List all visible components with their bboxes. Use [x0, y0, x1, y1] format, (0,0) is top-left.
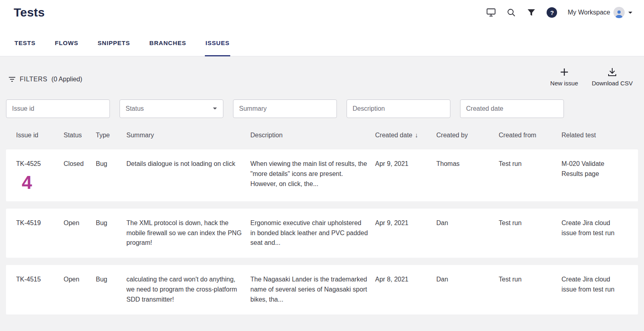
- help-icon[interactable]: ?: [547, 7, 557, 18]
- table-body: TK-4525 4 Closed Bug Details dialogue is…: [0, 145, 644, 314]
- filters-actions: New issue Download CSV: [550, 67, 633, 87]
- tab-flows[interactable]: FLOWS: [54, 39, 79, 56]
- col-status[interactable]: Status: [64, 132, 96, 145]
- filters-toggle[interactable]: FILTERS (0 Applied): [8, 76, 82, 83]
- table-header: Issue id Status Type Summary Description…: [6, 132, 638, 145]
- cell-created-date: Apr 8, 2021: [375, 275, 436, 304]
- new-issue-button[interactable]: New issue: [550, 67, 578, 87]
- select-chevron-down-icon: [213, 107, 217, 110]
- table-row[interactable]: TK-4519 Open Bug The XML protocol is dow…: [6, 209, 638, 258]
- cell-summary: calculating the card won't do anything, …: [126, 275, 250, 304]
- download-csv-button[interactable]: Download CSV: [592, 67, 633, 87]
- summary-filter-input[interactable]: [233, 99, 337, 118]
- download-icon: [607, 67, 617, 77]
- cell-related-test: M-020 Validate Results page: [561, 159, 630, 192]
- cell-description: When viewing the main list of results, t…: [250, 159, 375, 192]
- cell-created-from: Test run: [499, 275, 561, 304]
- cell-created-by: Dan: [436, 218, 499, 248]
- col-created-from[interactable]: Created from: [499, 132, 561, 145]
- cell-type: Bug: [96, 218, 126, 248]
- page-title: Tests: [14, 6, 45, 19]
- cell-issue-id: TK-4525 4: [16, 159, 64, 192]
- cell-description: The Nagasaki Lander is the trademarked n…: [250, 275, 375, 304]
- filter-icon[interactable]: [526, 8, 536, 17]
- cell-status: Open: [64, 275, 96, 304]
- filters-bar: FILTERS (0 Applied) New issue Download C…: [0, 67, 644, 87]
- col-description[interactable]: Description: [250, 132, 375, 145]
- annotation-marker-4: 4: [22, 173, 56, 192]
- cell-summary: The XML protocol is down, hack the mobil…: [126, 218, 250, 248]
- cell-issue-id: TK-4515: [16, 275, 64, 304]
- monitor-icon[interactable]: [486, 8, 496, 17]
- download-csv-label: Download CSV: [592, 80, 633, 87]
- cell-issue-id: TK-4519: [16, 218, 64, 248]
- col-created-date[interactable]: Created date↓: [375, 132, 436, 145]
- cell-description: Ergonomic executive chair upholstered in…: [250, 218, 375, 248]
- new-issue-label: New issue: [550, 80, 578, 87]
- filter-inputs-row: Status: [0, 99, 644, 118]
- cell-created-by: Thomas: [436, 159, 499, 192]
- col-created-date-label: Created date: [375, 132, 413, 139]
- tab-tests[interactable]: TESTS: [14, 39, 36, 56]
- workspace-label: My Workspace: [568, 9, 610, 16]
- description-filter-input[interactable]: [347, 99, 450, 118]
- plus-icon: [560, 67, 569, 77]
- cell-status: Open: [64, 218, 96, 248]
- filter-lines-icon: [8, 77, 16, 82]
- issue-id-text: TK-4525: [16, 160, 41, 167]
- workspace-menu[interactable]: My Workspace: [568, 7, 633, 18]
- created-date-filter-input[interactable]: [460, 99, 564, 118]
- cell-related-test: Create Jira cloud issue from test run: [561, 275, 630, 304]
- tab-bar: TESTS FLOWS SNIPPETS BRANCHES ISSUES: [0, 25, 644, 56]
- col-type[interactable]: Type: [96, 132, 126, 145]
- cell-created-from: Test run: [499, 218, 561, 248]
- search-icon[interactable]: [506, 8, 516, 17]
- cell-created-from: Test run: [499, 159, 561, 192]
- tab-snippets[interactable]: SNIPPETS: [97, 39, 131, 56]
- cell-related-test: Create Jira cloud issue from test run: [561, 218, 630, 248]
- cell-type: Bug: [96, 159, 126, 192]
- status-filter-select[interactable]: Status: [120, 99, 223, 118]
- sort-desc-icon: ↓: [415, 132, 418, 139]
- status-filter-placeholder: Status: [126, 105, 144, 112]
- issues-panel: FILTERS (0 Applied) New issue Download C…: [0, 56, 644, 331]
- cell-created-date: Apr 9, 2021: [375, 218, 436, 248]
- cell-created-by: Dan: [436, 275, 499, 304]
- filters-applied-count: (0 Applied): [52, 76, 83, 83]
- header-actions: ? My Workspace: [486, 7, 633, 18]
- col-related-test[interactable]: Related test: [561, 132, 630, 145]
- cell-status: Closed: [64, 159, 96, 192]
- tab-branches[interactable]: BRANCHES: [149, 39, 187, 56]
- col-issue-id[interactable]: Issue id: [16, 132, 64, 145]
- col-created-by[interactable]: Created by: [436, 132, 499, 145]
- chevron-down-icon: [628, 9, 633, 16]
- cell-created-date: Apr 9, 2021: [375, 159, 436, 192]
- cell-summary: Details dialogue is not loading on click: [126, 159, 250, 192]
- table-row[interactable]: TK-4515 Open Bug calculating the card wo…: [6, 265, 638, 314]
- issue-id-filter-input[interactable]: [6, 99, 110, 118]
- filters-label: FILTERS: [20, 76, 47, 83]
- app-header: Tests ? My Workspace: [0, 0, 644, 25]
- table-row[interactable]: TK-4525 4 Closed Bug Details dialogue is…: [6, 149, 638, 201]
- col-summary[interactable]: Summary: [126, 132, 250, 145]
- cell-type: Bug: [96, 275, 126, 304]
- tab-issues[interactable]: ISSUES: [205, 39, 231, 56]
- avatar: [613, 7, 625, 18]
